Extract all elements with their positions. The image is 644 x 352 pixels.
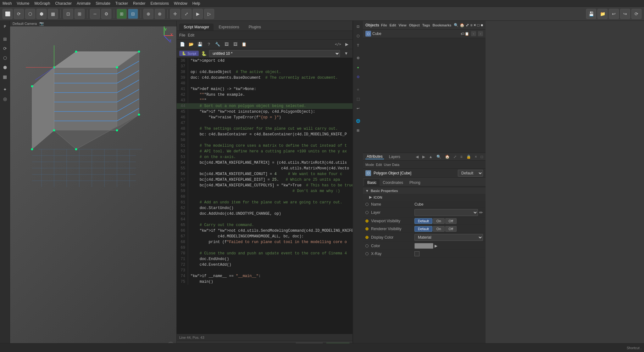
rstrip-btn-8[interactable]: ⬚ (354, 94, 363, 103)
script-dropdown-btn[interactable]: ▼ (342, 50, 350, 57)
toolbar-btn-7[interactable]: ⊞ (75, 9, 85, 19)
toolbar-btn-right-1[interactable]: 💾 (586, 9, 596, 19)
viewport-canvas[interactable]: Y X Z (10, 26, 176, 351)
menu-extensions[interactable]: Extensions (150, 1, 169, 6)
tab-plugins[interactable]: Plugins (244, 24, 265, 31)
vis-dot-2[interactable]: · (478, 31, 483, 36)
attr-lock-icon[interactable]: 🔒 (466, 155, 471, 159)
tab-expressions[interactable]: Expressions (214, 24, 243, 31)
menu-window[interactable]: Window (174, 1, 187, 6)
attr-userdata-item[interactable]: User Data (384, 163, 400, 167)
toolbar-btn-move[interactable]: ✛ (170, 9, 180, 19)
objects-menu-edit[interactable]: Edit (390, 23, 396, 27)
viewport-vis-default-btn[interactable]: Default (414, 218, 432, 224)
toolbar-btn-snap[interactable]: ⊕ (143, 9, 153, 19)
script-img3-btn[interactable]: 📋 (240, 41, 248, 48)
script-help-btn[interactable]: ? (205, 41, 213, 48)
attr-section-icon[interactable]: ▶ ICON (363, 194, 486, 201)
attr-edit-item[interactable]: Edit (376, 163, 382, 167)
toolbar-btn-right-5[interactable]: ⟳ (631, 9, 641, 19)
objects-menu-view[interactable]: View (399, 23, 407, 27)
script-code-btn[interactable]: </> (334, 41, 342, 48)
sidebar-btn-4[interactable]: ⬢ (1, 63, 9, 72)
objects-sq-icon[interactable]: □ (477, 23, 480, 27)
toolbar-btn-right-4[interactable]: ↪ (620, 9, 630, 19)
toolbar-btn-render[interactable]: ▶ (193, 9, 203, 19)
layer-select[interactable] (414, 209, 478, 216)
attr-nav-fwd[interactable]: ▶ (422, 155, 425, 159)
code-editor[interactable]: 36"kw">import c4d3738op: c4d.BaseObject … (177, 58, 353, 334)
rstrip-btn-7[interactable]: ○ (354, 85, 363, 94)
attr-search-icon[interactable]: 🔍 (436, 155, 441, 159)
attr-tab-basic[interactable]: Basic (364, 179, 380, 186)
display-color-select[interactable]: Material (414, 234, 483, 241)
toolbar-btn-rend2[interactable]: ▷ (204, 9, 214, 19)
objects-filter-icon[interactable]: ≡ (470, 23, 472, 27)
script-menu-edit[interactable]: Edit (188, 33, 194, 37)
attr-section-basic[interactable]: ▼ Basic Properties (363, 188, 486, 194)
toolbar-btn-scale[interactable]: ⤢ (181, 9, 192, 19)
sidebar-btn-panel[interactable]: P (1, 22, 9, 31)
sidebar-btn-7[interactable]: ◎ (1, 94, 9, 103)
script-debug-btn[interactable]: 🔧 (214, 41, 221, 48)
toolbar-btn-8[interactable]: ↔ (90, 9, 100, 19)
renderer-vis-off-btn[interactable]: Off (445, 226, 457, 232)
menu-mograph[interactable]: MoGraph (34, 1, 50, 6)
toolbar-btn-5[interactable]: ▦ (48, 9, 58, 19)
attr-home-icon[interactable]: 🏠 (445, 155, 450, 159)
viewport-vis-off-btn[interactable]: Off (445, 218, 457, 224)
menu-volume[interactable]: Volume (17, 1, 29, 6)
toolbar-btn-right-3[interactable]: ↩ (609, 9, 619, 19)
attr-tab-attributes[interactable]: Attributes (365, 154, 384, 159)
menu-help[interactable]: Help (192, 1, 200, 6)
objects-menu-tags[interactable]: Tags (422, 23, 430, 27)
objects-home-icon[interactable]: 🏠 (460, 23, 464, 27)
toolbar-btn-9[interactable]: ⚙ (101, 9, 111, 19)
script-img2-btn[interactable]: 🖼 (231, 41, 239, 48)
rstrip-btn-3[interactable]: T (354, 41, 363, 50)
rstrip-btn-9[interactable]: ↩ (354, 104, 363, 113)
toolbar-btn-1[interactable]: ⬜ (3, 9, 13, 19)
toolbar-btn-right-2[interactable]: 📁 (597, 9, 608, 19)
attr-nav-back[interactable]: ◀ (416, 155, 419, 159)
rstrip-btn-4[interactable]: ⚙ (354, 54, 363, 62)
renderer-vis-default-btn[interactable]: Default (414, 226, 432, 232)
xray-checkbox[interactable] (414, 251, 419, 256)
script-open-btn[interactable]: 📂 (187, 41, 195, 48)
menu-animate[interactable]: Animate (77, 1, 91, 6)
attr-nav-up[interactable]: ▲ (429, 155, 433, 159)
attr-filter-icon[interactable]: ≡ (460, 155, 463, 159)
script-menu-file[interactable]: File (179, 33, 185, 37)
attr-mode-item[interactable]: Mode (365, 163, 374, 167)
objects-close-icon[interactable]: × (474, 23, 476, 27)
menu-simulate[interactable]: Simulate (96, 1, 110, 6)
toolbar-btn-grid2[interactable]: ⊟ (128, 9, 138, 19)
vis-dot-1[interactable]: · (471, 31, 476, 36)
objects-search-icon[interactable]: 🔍 (454, 23, 458, 27)
menu-character[interactable]: Character (55, 1, 72, 6)
toolbar-btn-grid[interactable]: ⊞ (117, 9, 127, 19)
rstrip-btn-1[interactable]: ⊡ (354, 22, 363, 31)
toolbar-btn-3[interactable]: ⬡ (25, 9, 35, 19)
objects-expand-icon[interactable]: ⤢ (466, 23, 469, 27)
script-new-btn[interactable]: 📄 (179, 41, 186, 48)
menu-mesh[interactable]: Mesh (3, 1, 12, 6)
layer-edit-icon[interactable]: ✏ (479, 210, 483, 215)
toolbar-btn-snap2[interactable]: ⊗ (155, 9, 165, 19)
script-save-btn[interactable]: 💾 (196, 41, 204, 48)
sidebar-btn-6[interactable]: ✦ (1, 85, 9, 94)
viewport-vis-on-btn[interactable]: On (433, 218, 445, 224)
rstrip-btn-10[interactable]: 🌐 (354, 116, 363, 125)
tab-script-manager[interactable]: Script Manager (179, 24, 214, 31)
script-expand-btn[interactable]: ▶ (343, 41, 351, 48)
toolbar-btn-2[interactable]: ⟳ (14, 9, 24, 19)
sidebar-btn-3[interactable]: ⬡ (1, 54, 9, 62)
rstrip-btn-6[interactable]: ⚙ (354, 72, 363, 81)
menu-render[interactable]: Render (133, 1, 145, 6)
attr-close-icon[interactable]: × (475, 155, 477, 159)
sidebar-btn-5[interactable]: ▦ (1, 72, 9, 81)
rstrip-btn-11[interactable]: ⊞ (354, 126, 363, 135)
attr-tab-phong[interactable]: Phong (406, 179, 424, 186)
objects-menu-object[interactable]: Object (409, 23, 419, 27)
renderer-vis-on-btn[interactable]: On (433, 226, 445, 232)
